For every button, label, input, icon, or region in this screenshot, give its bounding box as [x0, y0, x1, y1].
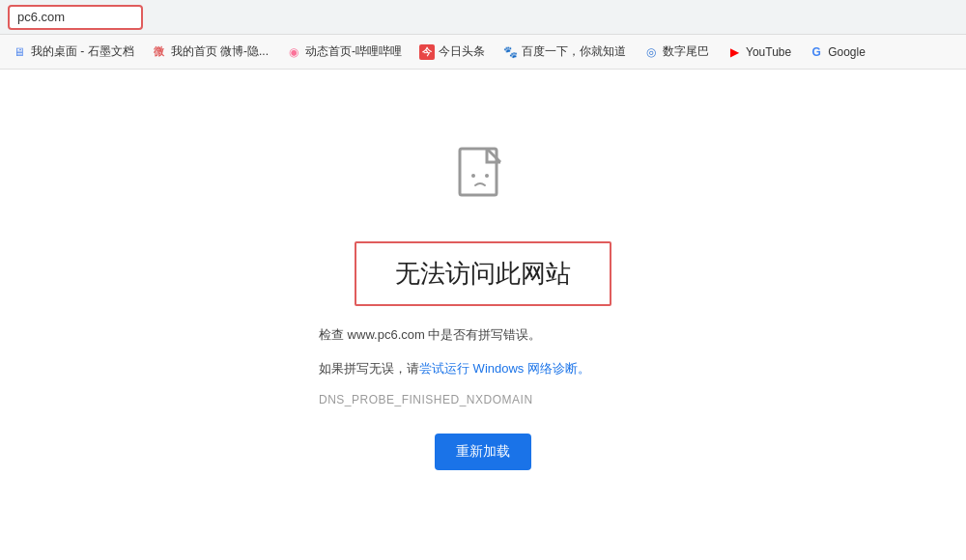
bookmark-youtube[interactable]: ▶ YouTube [719, 42, 799, 63]
google-icon: G [809, 44, 824, 60]
baidu-icon: 🐾 [502, 44, 518, 60]
address-input-wrap[interactable]: pc6.com [8, 5, 143, 30]
bookmark-desktop[interactable]: 🖥 我的桌面 - 石墨文档 [4, 41, 142, 63]
bookmark-youtube-label: YouTube [746, 45, 791, 59]
bookmark-baidu-label: 百度一下，你就知道 [522, 43, 626, 60]
shuziweiba-icon: ◎ [643, 44, 659, 60]
bookmark-toutiao-label: 今日头条 [439, 43, 485, 60]
error-try-text: 如果拼写无误，请尝试运行 Windows 网络诊断。 [319, 359, 647, 379]
error-check-text: 检查 www.pc6.com 中是否有拼写错误。 [319, 325, 647, 346]
bookmark-desktop-label: 我的桌面 - 石墨文档 [31, 43, 134, 60]
weibo-icon: 微 [152, 44, 167, 60]
youtube-icon: ▶ [726, 44, 742, 60]
bookmark-google[interactable]: G Google [801, 42, 873, 63]
svg-rect-0 [460, 149, 497, 195]
bookmark-shuziweiba-label: 数字尾巴 [663, 43, 709, 60]
error-title: 无法访问此网站 [395, 257, 571, 291]
bilibili-icon: ◉ [286, 44, 301, 60]
svg-line-1 [487, 149, 500, 162]
reload-button[interactable]: 重新加载 [435, 434, 531, 470]
svg-point-3 [485, 174, 489, 178]
bookmark-weibo[interactable]: 微 我的首页 微博-隐... [144, 41, 276, 63]
bookmark-weibo-label: 我的首页 微博-隐... [171, 43, 269, 60]
desktop-icon: 🖥 [12, 44, 27, 60]
error-details: 检查 www.pc6.com 中是否有拼写错误。 如果拼写无误，请尝试运行 Wi… [319, 325, 647, 434]
address-url: pc6.com [17, 10, 65, 24]
error-title-box: 无法访问此网站 [355, 241, 611, 306]
bookmark-bilibili-label: 动态首页-哔哩哔哩 [305, 43, 402, 60]
address-bar: pc6.com [0, 0, 966, 35]
bookmarks-bar: 🖥 我的桌面 - 石墨文档 微 我的首页 微博-隐... ◉ 动态首页-哔哩哔哩… [0, 35, 966, 70]
error-try-before: 如果拼写无误，请 [319, 361, 419, 376]
sad-file-icon [452, 147, 514, 214]
main-content: 无法访问此网站 检查 www.pc6.com 中是否有拼写错误。 如果拼写无误，… [0, 70, 966, 560]
svg-point-2 [471, 174, 475, 178]
toutiao-icon: 今 [419, 44, 435, 60]
bookmark-toutiao[interactable]: 今 今日头条 [412, 41, 493, 63]
error-network-diag-link[interactable]: 尝试运行 Windows 网络诊断。 [419, 361, 590, 376]
bookmark-shuziweiba[interactable]: ◎ 数字尾巴 [636, 41, 717, 63]
bookmark-baidu[interactable]: 🐾 百度一下，你就知道 [495, 41, 634, 63]
error-code: DNS_PROBE_FINISHED_NXDOMAIN [319, 393, 647, 406]
bookmark-bilibili[interactable]: ◉ 动态首页-哔哩哔哩 [278, 41, 410, 63]
bookmark-google-label: Google [828, 45, 866, 59]
